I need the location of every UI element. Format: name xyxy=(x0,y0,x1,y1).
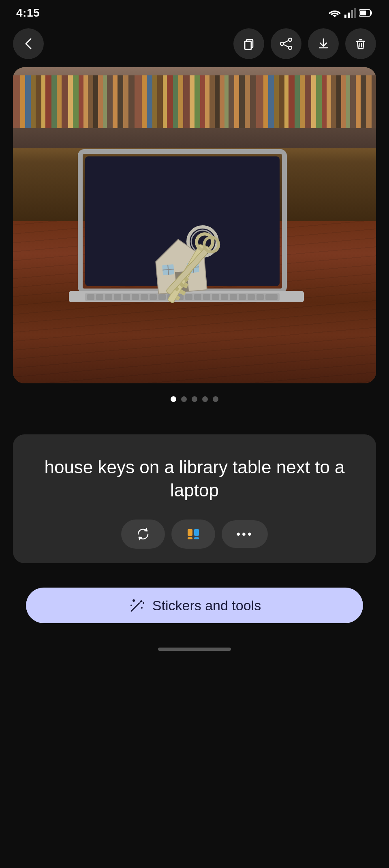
svg-point-10 xyxy=(289,38,292,41)
dot-5[interactable] xyxy=(213,396,218,402)
svg-rect-2 xyxy=(351,10,353,18)
svg-rect-22 xyxy=(96,294,103,300)
share-button[interactable] xyxy=(271,28,301,59)
svg-point-71 xyxy=(130,605,132,606)
battery-icon xyxy=(359,9,373,17)
svg-rect-34 xyxy=(203,294,210,300)
download-button[interactable] xyxy=(308,28,339,59)
svg-rect-40 xyxy=(256,294,264,300)
svg-rect-29 xyxy=(158,294,166,300)
svg-rect-37 xyxy=(230,294,237,300)
svg-rect-27 xyxy=(141,294,148,300)
stickers-tools-button[interactable]: Stickers and tools xyxy=(26,588,363,623)
svg-rect-6 xyxy=(360,11,366,15)
status-icons xyxy=(328,8,373,18)
theme-button[interactable] xyxy=(171,520,215,549)
wifi-icon xyxy=(328,8,341,18)
bookshelf-bg xyxy=(13,67,376,148)
svg-rect-41 xyxy=(265,294,278,300)
svg-rect-65 xyxy=(194,537,199,539)
svg-rect-36 xyxy=(221,294,228,300)
svg-rect-32 xyxy=(185,294,192,300)
top-nav xyxy=(0,24,389,67)
svg-rect-23 xyxy=(105,294,112,300)
svg-rect-24 xyxy=(114,294,121,300)
svg-line-13 xyxy=(284,41,289,43)
svg-rect-35 xyxy=(212,294,219,300)
caption-card: house keys on a library table next to a … xyxy=(13,434,376,563)
svg-rect-63 xyxy=(194,529,199,536)
delete-button[interactable] xyxy=(345,28,376,59)
svg-rect-26 xyxy=(132,294,139,300)
back-button[interactable] xyxy=(13,28,44,59)
photo-display xyxy=(13,67,376,383)
svg-rect-64 xyxy=(188,537,192,539)
svg-line-14 xyxy=(284,45,289,47)
retry-button[interactable] xyxy=(121,520,165,549)
svg-rect-25 xyxy=(123,294,130,300)
svg-rect-39 xyxy=(248,294,255,300)
caption-text: house keys on a library table next to a … xyxy=(29,455,360,502)
svg-rect-28 xyxy=(150,294,157,300)
dot-1[interactable] xyxy=(171,396,176,402)
stickers-tools-label: Stickers and tools xyxy=(152,598,261,614)
svg-marker-67 xyxy=(139,600,143,603)
svg-rect-1 xyxy=(348,13,350,18)
dot-4[interactable] xyxy=(202,396,208,402)
svg-point-68 xyxy=(133,599,135,602)
svg-rect-21 xyxy=(87,294,94,300)
signal-icon xyxy=(344,8,356,18)
dot-3[interactable] xyxy=(192,396,197,402)
home-indicator-bar[interactable] xyxy=(158,648,231,651)
svg-rect-0 xyxy=(344,15,346,18)
caption-actions: ••• xyxy=(29,520,360,549)
svg-rect-38 xyxy=(239,294,246,300)
copy-button[interactable] xyxy=(233,28,264,59)
status-time: 4:15 xyxy=(16,6,40,19)
svg-line-66 xyxy=(131,603,139,611)
svg-rect-8 xyxy=(245,41,251,49)
svg-rect-33 xyxy=(194,294,201,300)
status-bar: 4:15 xyxy=(0,0,389,24)
svg-point-69 xyxy=(141,607,143,609)
nav-right-buttons xyxy=(233,28,376,59)
scene-svg xyxy=(53,148,336,351)
more-options-button[interactable]: ••• xyxy=(222,520,267,548)
svg-rect-62 xyxy=(188,529,192,536)
svg-point-12 xyxy=(289,46,292,49)
stickers-tools-container: Stickers and tools xyxy=(13,588,376,623)
magic-wand-icon xyxy=(128,596,146,614)
svg-rect-5 xyxy=(370,11,372,15)
svg-point-70 xyxy=(143,602,144,604)
svg-rect-3 xyxy=(354,8,356,18)
page-indicators[interactable] xyxy=(0,396,389,402)
dot-2[interactable] xyxy=(181,396,187,402)
home-indicator-area xyxy=(0,639,389,656)
svg-point-11 xyxy=(280,42,284,45)
